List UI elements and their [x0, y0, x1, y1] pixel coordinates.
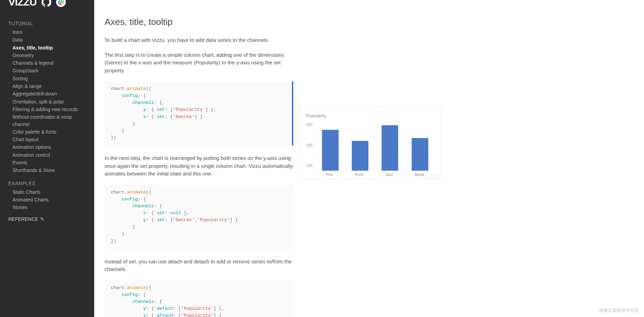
- sidebar-item-chart-layout[interactable]: Chart layout: [12, 136, 86, 143]
- examples-nav-list: Static ChartsAnimated ChartsStories: [8, 188, 86, 211]
- intro-paragraph-2: The first step is to create a simple col…: [105, 51, 293, 75]
- bar-metal: [412, 138, 428, 171]
- y-tick: 300: [306, 123, 312, 127]
- chart-area: 300200100 PopRockJazzMetal: [306, 121, 435, 176]
- sidebar-item-align-range[interactable]: Align & range: [12, 82, 86, 90]
- code-block-2: chart.animate({ config: { channels: { x:…: [105, 185, 293, 249]
- reference-link[interactable]: REFERENCE ✎: [8, 216, 86, 222]
- article: Axes, title, tooltip To build a chart wi…: [105, 10, 293, 317]
- chart-y-axis: 300200100: [306, 121, 315, 172]
- x-label-metal: Metal: [415, 172, 424, 176]
- bar-rock: [352, 141, 368, 171]
- intro-paragraph-3: In the next step, the chart is rearrange…: [105, 154, 293, 178]
- sidebar-section-tutorial: TUTORIAL: [8, 21, 86, 26]
- chart-title: Popularity: [306, 113, 435, 118]
- logo-row: VIZZU: [8, 0, 86, 10]
- sidebar-item-data[interactable]: Data: [12, 36, 86, 44]
- chart-preview-card: Popularity 300200100 PopRockJazzMetal VI…: [299, 107, 441, 179]
- sidebar-item-without-coordinates-noop-channel[interactable]: Without coordinates & noop channel: [12, 113, 86, 128]
- slack-icon[interactable]: [56, 0, 66, 7]
- sidebar: VIZZU TUTORIAL IntroDataAxes, title, too…: [0, 0, 94, 317]
- page-title: Axes, title, tooltip: [105, 17, 293, 27]
- code-block-1: chart.animate({ config: { channels: { y:…: [105, 81, 293, 145]
- sidebar-item-geometry[interactable]: Geometry: [12, 52, 86, 59]
- sidebar-item-animation-control[interactable]: Animation control: [12, 151, 86, 159]
- sidebar-item-animation-options[interactable]: Animation options: [12, 143, 86, 151]
- chart-bars: [315, 121, 435, 171]
- sidebar-item-color-palette-fonts[interactable]: Color palette & fonts: [12, 128, 86, 136]
- x-label-pop: Pop: [326, 172, 333, 176]
- x-label-rock: Rock: [355, 172, 363, 176]
- x-label-jazz: Jazz: [385, 172, 393, 176]
- chart-x-labels: PopRockJazzMetal: [315, 171, 435, 176]
- sidebar-item-static-charts[interactable]: Static Charts: [12, 188, 86, 196]
- sidebar-item-events[interactable]: Events: [12, 159, 86, 166]
- github-icon[interactable]: [42, 0, 51, 7]
- intro-paragraph-4: Instead of set, you can use attach and d…: [105, 258, 293, 273]
- sidebar-item-shorthands-store[interactable]: Shorthands & Store: [12, 166, 86, 174]
- chart-brand-watermark: VIZZU: [427, 174, 438, 177]
- code-block-3: chart.animate({ config: { channels: { y:…: [105, 280, 293, 317]
- page-watermark: @稀土掘金技术社区: [599, 307, 639, 314]
- sidebar-item-aggregate-drill-down[interactable]: Aggregate/drill-down: [12, 90, 86, 98]
- tutorial-nav-list: IntroDataAxes, title, tooltipGeometryCha…: [8, 28, 86, 174]
- sidebar-item-animated-charts[interactable]: Animated Charts: [12, 196, 86, 203]
- main-content: Axes, title, tooltip To build a chart wi…: [94, 0, 644, 317]
- y-tick: 200: [306, 143, 312, 147]
- sidebar-item-channels-legend[interactable]: Channels & legend: [12, 59, 86, 67]
- sidebar-item-group-stack[interactable]: Group/stack: [12, 67, 86, 74]
- sidebar-item-orientation-split-polar[interactable]: Orientation, split & polar: [12, 98, 86, 106]
- sidebar-item-axes-title-tooltip[interactable]: Axes, title, tooltip: [12, 44, 86, 52]
- intro-paragraph-1: To build a chart with Vizzu, you have to…: [105, 36, 293, 44]
- sidebar-item-intro[interactable]: Intro: [12, 28, 86, 36]
- bar-jazz: [382, 125, 398, 171]
- chart-plot: PopRockJazzMetal: [315, 121, 435, 176]
- sidebar-item-filtering-adding-new-records[interactable]: Filtering & adding new records: [12, 106, 86, 113]
- brand-logo[interactable]: VIZZU: [8, 0, 37, 8]
- sidebar-section-examples: EXAMPLES: [8, 181, 86, 186]
- sidebar-item-stories[interactable]: Stories: [12, 203, 86, 211]
- bar-pop: [322, 130, 339, 171]
- pencil-icon: ✎: [40, 216, 44, 222]
- y-tick: 100: [306, 163, 312, 167]
- reference-label: REFERENCE: [8, 216, 38, 222]
- sidebar-item-sorting[interactable]: Sorting: [12, 75, 86, 82]
